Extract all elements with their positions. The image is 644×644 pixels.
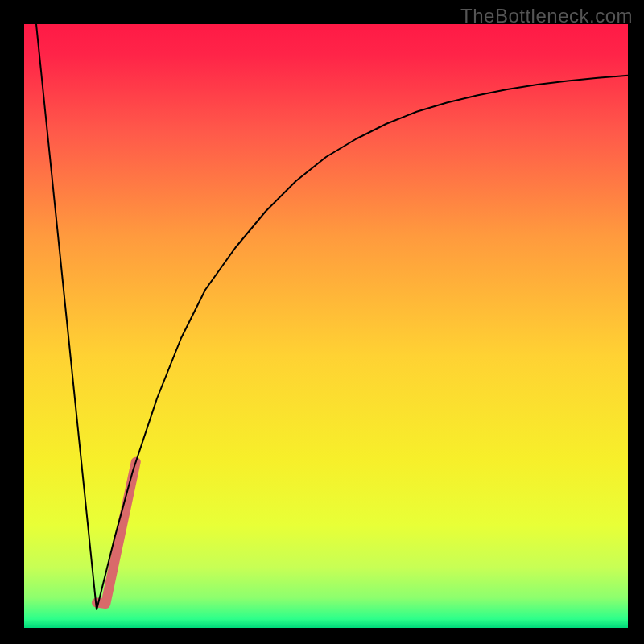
chart-container: TheBottleneck.com bbox=[0, 0, 644, 644]
bottleneck-chart bbox=[0, 0, 644, 644]
